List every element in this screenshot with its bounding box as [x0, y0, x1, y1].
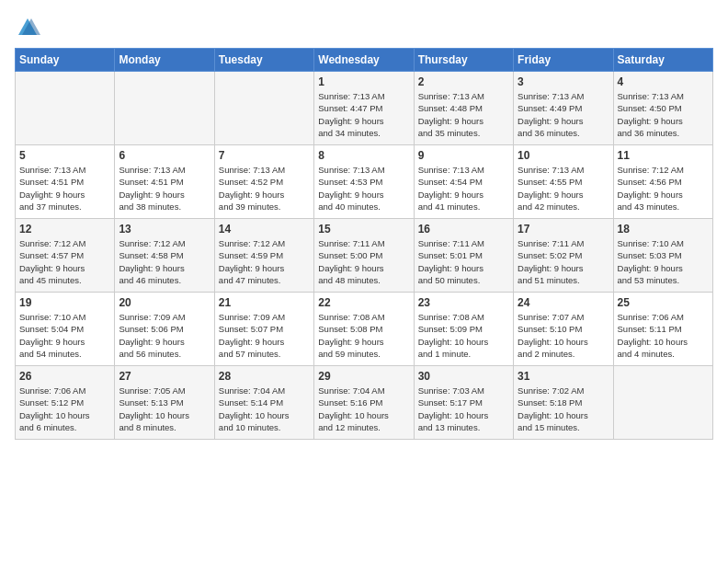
- day-info: Sunrise: 7:03 AM Sunset: 5:17 PM Dayligh…: [418, 385, 509, 433]
- day-number: 29: [318, 370, 409, 383]
- calendar-week: 12Sunrise: 7:12 AM Sunset: 4:57 PM Dayli…: [16, 219, 713, 293]
- header-day: Monday: [115, 49, 214, 72]
- day-number: 6: [119, 149, 210, 162]
- day-number: 8: [318, 149, 409, 162]
- day-info: Sunrise: 7:06 AM Sunset: 5:11 PM Dayligh…: [618, 311, 709, 360]
- calendar-cell: [115, 72, 214, 145]
- day-number: 13: [119, 223, 210, 236]
- calendar-cell: 15Sunrise: 7:11 AM Sunset: 5:00 PM Dayli…: [314, 219, 414, 293]
- calendar-cell: [613, 366, 712, 440]
- header-day: Friday: [514, 49, 613, 72]
- day-info: Sunrise: 7:04 AM Sunset: 5:14 PM Dayligh…: [219, 385, 310, 433]
- calendar-cell: 27Sunrise: 7:05 AM Sunset: 5:13 PM Dayli…: [115, 366, 214, 440]
- calendar-cell: [214, 72, 313, 145]
- day-info: Sunrise: 7:13 AM Sunset: 4:51 PM Dayligh…: [19, 164, 110, 213]
- day-number: 11: [618, 149, 709, 162]
- day-info: Sunrise: 7:10 AM Sunset: 5:04 PM Dayligh…: [19, 311, 110, 360]
- day-number: 4: [618, 75, 709, 88]
- header-day: Thursday: [414, 49, 513, 72]
- day-number: 17: [518, 223, 609, 236]
- day-number: 3: [518, 75, 609, 88]
- day-number: 16: [418, 223, 509, 236]
- calendar-cell: 8Sunrise: 7:13 AM Sunset: 4:53 PM Daylig…: [314, 145, 414, 219]
- calendar-cell: 10Sunrise: 7:13 AM Sunset: 4:55 PM Dayli…: [514, 145, 613, 219]
- header-day: Tuesday: [214, 49, 313, 72]
- day-number: 24: [518, 296, 609, 309]
- calendar-cell: 13Sunrise: 7:12 AM Sunset: 4:58 PM Dayli…: [115, 219, 214, 293]
- day-info: Sunrise: 7:13 AM Sunset: 4:47 PM Dayligh…: [318, 90, 409, 139]
- header-day: Wednesday: [314, 49, 414, 72]
- day-number: 27: [119, 370, 210, 383]
- day-number: 25: [618, 296, 709, 309]
- day-info: Sunrise: 7:11 AM Sunset: 5:00 PM Dayligh…: [318, 237, 409, 286]
- day-number: 20: [119, 296, 210, 309]
- day-number: 1: [318, 75, 409, 88]
- calendar-cell: 28Sunrise: 7:04 AM Sunset: 5:14 PM Dayli…: [214, 366, 313, 440]
- calendar-cell: 23Sunrise: 7:08 AM Sunset: 5:09 PM Dayli…: [414, 293, 513, 366]
- calendar-week: 19Sunrise: 7:10 AM Sunset: 5:04 PM Dayli…: [16, 293, 713, 366]
- day-number: 5: [19, 149, 110, 162]
- calendar-cell: 24Sunrise: 7:07 AM Sunset: 5:10 PM Dayli…: [514, 293, 613, 366]
- calendar-week: 5Sunrise: 7:13 AM Sunset: 4:51 PM Daylig…: [16, 145, 713, 219]
- day-number: 31: [518, 370, 609, 383]
- calendar-cell: 25Sunrise: 7:06 AM Sunset: 5:11 PM Dayli…: [613, 293, 712, 366]
- day-info: Sunrise: 7:13 AM Sunset: 4:51 PM Dayligh…: [119, 164, 210, 213]
- calendar-cell: 14Sunrise: 7:12 AM Sunset: 4:59 PM Dayli…: [214, 219, 313, 293]
- calendar-cell: 9Sunrise: 7:13 AM Sunset: 4:54 PM Daylig…: [414, 145, 513, 219]
- day-number: 18: [618, 223, 709, 236]
- header-day: Saturday: [613, 49, 712, 72]
- calendar-table: SundayMondayTuesdayWednesdayThursdayFrid…: [15, 48, 713, 440]
- day-number: 23: [418, 296, 509, 309]
- day-number: 14: [219, 223, 310, 236]
- day-info: Sunrise: 7:11 AM Sunset: 5:01 PM Dayligh…: [418, 237, 509, 286]
- calendar-cell: 26Sunrise: 7:06 AM Sunset: 5:12 PM Dayli…: [16, 366, 115, 440]
- calendar-cell: 12Sunrise: 7:12 AM Sunset: 4:57 PM Dayli…: [16, 219, 115, 293]
- day-number: 19: [19, 296, 110, 309]
- calendar-cell: 18Sunrise: 7:10 AM Sunset: 5:03 PM Dayli…: [613, 219, 712, 293]
- header-row: SundayMondayTuesdayWednesdayThursdayFrid…: [16, 49, 713, 72]
- logo: [15, 15, 713, 40]
- calendar-week: 26Sunrise: 7:06 AM Sunset: 5:12 PM Dayli…: [16, 366, 713, 440]
- calendar-cell: 17Sunrise: 7:11 AM Sunset: 5:02 PM Dayli…: [514, 219, 613, 293]
- calendar-cell: 3Sunrise: 7:13 AM Sunset: 4:49 PM Daylig…: [514, 72, 613, 145]
- calendar-cell: 4Sunrise: 7:13 AM Sunset: 4:50 PM Daylig…: [613, 72, 712, 145]
- calendar-cell: [16, 72, 115, 145]
- day-info: Sunrise: 7:11 AM Sunset: 5:02 PM Dayligh…: [518, 237, 609, 286]
- day-number: 22: [318, 296, 409, 309]
- day-info: Sunrise: 7:13 AM Sunset: 4:53 PM Dayligh…: [318, 164, 409, 213]
- calendar-cell: 21Sunrise: 7:09 AM Sunset: 5:07 PM Dayli…: [214, 293, 313, 366]
- day-info: Sunrise: 7:06 AM Sunset: 5:12 PM Dayligh…: [19, 385, 110, 433]
- header-day: Sunday: [16, 49, 115, 72]
- calendar-cell: 6Sunrise: 7:13 AM Sunset: 4:51 PM Daylig…: [115, 145, 214, 219]
- calendar-cell: 2Sunrise: 7:13 AM Sunset: 4:48 PM Daylig…: [414, 72, 513, 145]
- day-info: Sunrise: 7:08 AM Sunset: 5:09 PM Dayligh…: [418, 311, 509, 360]
- day-info: Sunrise: 7:13 AM Sunset: 4:54 PM Dayligh…: [418, 164, 509, 213]
- calendar-cell: 1Sunrise: 7:13 AM Sunset: 4:47 PM Daylig…: [314, 72, 414, 145]
- day-number: 10: [518, 149, 609, 162]
- day-info: Sunrise: 7:13 AM Sunset: 4:55 PM Dayligh…: [518, 164, 609, 213]
- day-number: 30: [418, 370, 509, 383]
- calendar-cell: 11Sunrise: 7:12 AM Sunset: 4:56 PM Dayli…: [613, 145, 712, 219]
- day-number: 26: [19, 370, 110, 383]
- top-section: [15, 15, 713, 40]
- day-number: 28: [219, 370, 310, 383]
- day-number: 7: [219, 149, 310, 162]
- day-info: Sunrise: 7:13 AM Sunset: 4:52 PM Dayligh…: [219, 164, 310, 213]
- calendar-cell: 7Sunrise: 7:13 AM Sunset: 4:52 PM Daylig…: [214, 145, 313, 219]
- day-info: Sunrise: 7:12 AM Sunset: 4:59 PM Dayligh…: [219, 237, 310, 286]
- day-info: Sunrise: 7:08 AM Sunset: 5:08 PM Dayligh…: [318, 311, 409, 360]
- calendar-cell: 31Sunrise: 7:02 AM Sunset: 5:18 PM Dayli…: [514, 366, 613, 440]
- day-info: Sunrise: 7:09 AM Sunset: 5:07 PM Dayligh…: [219, 311, 310, 360]
- day-number: 15: [318, 223, 409, 236]
- calendar-cell: 19Sunrise: 7:10 AM Sunset: 5:04 PM Dayli…: [16, 293, 115, 366]
- day-info: Sunrise: 7:13 AM Sunset: 4:48 PM Dayligh…: [418, 90, 509, 139]
- day-info: Sunrise: 7:12 AM Sunset: 4:57 PM Dayligh…: [19, 237, 110, 286]
- logo-icon: [15, 15, 40, 40]
- day-number: 2: [418, 75, 509, 88]
- day-info: Sunrise: 7:04 AM Sunset: 5:16 PM Dayligh…: [318, 385, 409, 433]
- day-info: Sunrise: 7:09 AM Sunset: 5:06 PM Dayligh…: [119, 311, 210, 360]
- calendar-header: SundayMondayTuesdayWednesdayThursdayFrid…: [16, 49, 713, 72]
- day-info: Sunrise: 7:12 AM Sunset: 4:58 PM Dayligh…: [119, 237, 210, 286]
- calendar-week: 1Sunrise: 7:13 AM Sunset: 4:47 PM Daylig…: [16, 72, 713, 145]
- calendar-cell: 20Sunrise: 7:09 AM Sunset: 5:06 PM Dayli…: [115, 293, 214, 366]
